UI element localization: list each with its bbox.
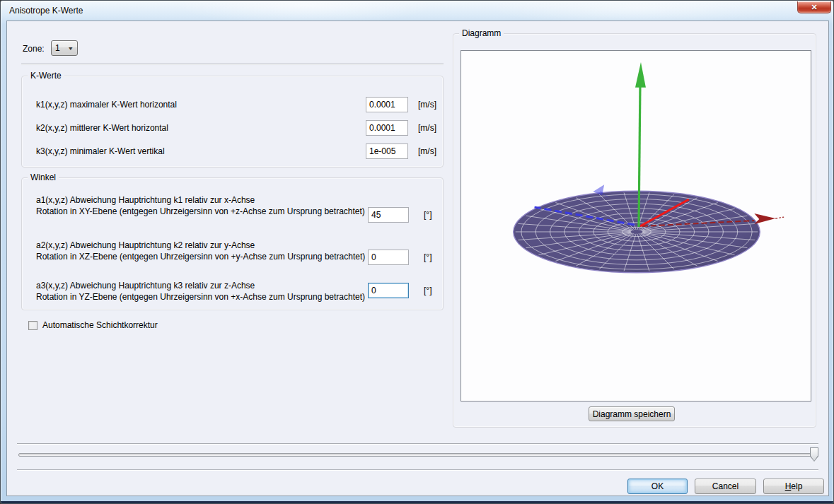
- k2-label: k2(x,y,z) mittlerer K-Wert horizontal: [36, 123, 168, 133]
- zoom-slider-track[interactable]: [18, 453, 816, 457]
- window-title: Anisotrope K-Werte: [9, 6, 83, 16]
- a3-label-line2: Rotation in YZ-Ebene (entgegen Uhrzeiger…: [36, 292, 365, 302]
- zone-combobox[interactable]: 1 ▼: [51, 40, 78, 56]
- help-label-accesskey: H: [785, 481, 792, 491]
- ok-button[interactable]: OK: [627, 479, 688, 494]
- dialog-window: Anisotrope K-Werte ✕ Zone: 1 ▼ K-Werte k…: [0, 0, 834, 504]
- help-button[interactable]: Help: [763, 479, 824, 494]
- a1-input[interactable]: [368, 207, 409, 223]
- a1-label-line1: a1(x,y,z) Abweichung Hauptrichtung k1 re…: [36, 195, 255, 205]
- close-button[interactable]: ✕: [797, 1, 831, 13]
- footer-separator-top: [17, 443, 818, 444]
- group-k-werte: K-Werte k1(x,y,z) maximaler K-Wert horiz…: [21, 76, 444, 168]
- a3-unit: [°]: [424, 286, 432, 295]
- auto-correction-label: Automatische Schichtkorrektur: [42, 320, 158, 330]
- footer-separator-bottom: [17, 469, 818, 470]
- ok-label: OK: [651, 481, 664, 491]
- help-label-rest: elp: [791, 481, 802, 491]
- group-diagramm: Diagramm: [453, 33, 816, 428]
- k1-unit: [m/s]: [418, 100, 436, 110]
- cancel-label: Cancel: [712, 481, 739, 491]
- k3-input[interactable]: [366, 143, 408, 159]
- a1-unit: [°]: [424, 210, 432, 220]
- anisotropy-3d-plot[interactable]: [461, 50, 811, 402]
- group-winkel: Winkel a1(x,y,z) Abweichung Hauptrichtun…: [21, 177, 444, 310]
- a2-label-line2: Rotation in XZ-Ebene (entgegen Uhrzeiger…: [36, 252, 365, 262]
- a1-label-line2: Rotation in XY-Ebene (entgegen Uhrzeiger…: [36, 206, 365, 216]
- zone-value: 1: [52, 43, 69, 53]
- save-diagram-label: Diagramm speichern: [593, 409, 671, 419]
- save-diagram-button[interactable]: Diagramm speichern: [589, 406, 675, 421]
- a3-input[interactable]: [368, 283, 409, 298]
- a2-unit: [°]: [424, 252, 432, 262]
- a3-label-line1: a3(x,y,z) Abweichung Hauptrichtung k3 re…: [36, 281, 255, 291]
- k3-unit: [m/s]: [418, 146, 436, 156]
- checkbox-box: [28, 321, 37, 330]
- k2-input[interactable]: [366, 120, 408, 136]
- group-diagramm-title: Diagramm: [459, 28, 504, 38]
- k1-input[interactable]: [366, 97, 408, 112]
- a2-label-line1: a2(x,y,z) Abweichung Hauptrichtung k2 re…: [36, 240, 255, 250]
- dialog-client-area: Zone: 1 ▼ K-Werte k1(x,y,z) maximaler K-…: [6, 20, 829, 496]
- k1-label: k1(x,y,z) maximaler K-Wert horizontal: [36, 100, 177, 110]
- a2-input[interactable]: [368, 250, 409, 265]
- cancel-button[interactable]: Cancel: [695, 479, 756, 494]
- group-k-werte-title: K-Werte: [28, 71, 64, 81]
- chevron-down-icon: ▼: [67, 46, 79, 51]
- close-icon: ✕: [811, 4, 817, 11]
- auto-correction-checkbox[interactable]: Automatische Schichtkorrektur: [28, 320, 158, 330]
- zone-label: Zone:: [23, 44, 45, 54]
- title-bar[interactable]: Anisotrope K-Werte ✕: [1, 1, 833, 20]
- k3-label: k3(x,y,z) minimaler K-Wert vertikal: [36, 146, 165, 156]
- anisotropy-ellipsoid-figure: [461, 51, 811, 401]
- zoom-slider-thumb[interactable]: [810, 447, 818, 462]
- group-winkel-title: Winkel: [28, 172, 59, 182]
- k2-unit: [m/s]: [418, 123, 436, 133]
- zone-separator: [21, 64, 444, 64]
